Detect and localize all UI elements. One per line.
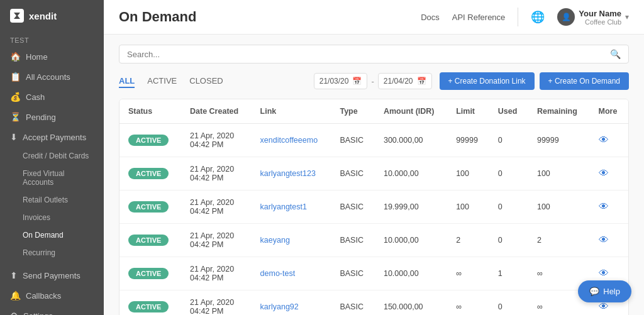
cell-used-4: 1 xyxy=(489,257,528,290)
cell-date-5: 21 Apr, 2020 04:42 PM xyxy=(181,290,252,316)
sidebar-accounts-label: All Accounts xyxy=(26,72,70,82)
table-row: ACTIVE 21 Apr, 2020 04:42 PM kaeyang BAS… xyxy=(119,224,628,257)
topbar-right: Docs API Reference 🌐 👤 Your Name Coffee … xyxy=(421,8,629,26)
sidebar-item-pending[interactable]: ⏳ Pending xyxy=(0,107,104,127)
status-badge: ACTIVE xyxy=(128,235,169,246)
cell-status-2: ACTIVE xyxy=(119,191,181,224)
topbar-divider xyxy=(518,8,518,26)
table-row: ACTIVE 21 Apr, 2020 04:42 PM karlyangtes… xyxy=(119,191,628,224)
page-title: On Demand xyxy=(119,9,196,25)
status-badge: ACTIVE xyxy=(128,268,169,279)
col-status: Status xyxy=(119,99,181,124)
sidebar-sub-fixed-virtual[interactable]: Fixed Virtual Accounts xyxy=(0,165,104,191)
col-link: Link xyxy=(252,99,331,124)
filter-tabs: ALL ACTIVE CLOSED xyxy=(119,75,223,88)
home-icon: 🏠 xyxy=(10,52,21,62)
settings-icon: ⚙ xyxy=(10,311,18,315)
sidebar-item-accept-payments[interactable]: ⬇ Accept Payments xyxy=(0,127,104,147)
cell-link-5[interactable]: karlyang92 xyxy=(252,290,331,316)
accounts-icon: 📋 xyxy=(10,72,21,82)
cell-date-0: 21 Apr, 2020 04:42 PM xyxy=(181,124,252,157)
col-more: More xyxy=(590,99,629,124)
sidebar-item-all-accounts[interactable]: 📋 All Accounts xyxy=(0,67,104,87)
view-icon[interactable]: 👁 xyxy=(599,201,609,212)
cell-link-2[interactable]: karlyangtest1 xyxy=(252,191,331,224)
cell-date-4: 21 Apr, 2020 04:42 PM xyxy=(181,257,252,290)
sidebar-sub-invoices[interactable]: Invoices xyxy=(0,209,104,226)
sidebar-sub-retail[interactable]: Retail Outlets xyxy=(0,191,104,209)
user-subtitle: Coffee Club xyxy=(579,18,621,26)
view-icon[interactable]: 👁 xyxy=(599,135,609,145)
create-on-demand-button[interactable]: + Create On Demand xyxy=(540,72,629,90)
help-label: Help xyxy=(603,287,620,296)
cell-status-1: ACTIVE xyxy=(119,157,181,191)
sidebar: xendit Test 🏠 Home 📋 All Accounts 💰 Cash… xyxy=(0,0,104,315)
cell-link-4[interactable]: demo-test xyxy=(252,257,331,290)
date-to-input[interactable]: 21/04/20 📅 xyxy=(378,73,432,89)
sidebar-sub-credit-debit[interactable]: Credit / Debit Cards xyxy=(0,147,104,165)
sidebar-sub-recurring[interactable]: Recurring xyxy=(0,244,104,262)
sidebar-item-home[interactable]: 🏠 Home xyxy=(0,47,104,67)
user-info: Your Name Coffee Club xyxy=(579,9,621,26)
sidebar-item-callbacks[interactable]: 🔔 Callbacks xyxy=(0,285,104,306)
view-icon[interactable]: 👁 xyxy=(599,301,609,312)
help-button[interactable]: 💬 Help xyxy=(578,280,631,302)
cell-limit-1: 100 xyxy=(447,157,489,191)
cell-amount-2: 19.999,00 xyxy=(375,191,447,224)
chevron-down-icon: ▾ xyxy=(625,13,629,21)
cell-amount-4: 10.000,00 xyxy=(375,257,447,290)
sidebar-section: Test xyxy=(0,31,104,47)
cell-limit-5: ∞ xyxy=(447,290,489,316)
globe-icon[interactable]: 🌐 xyxy=(531,10,545,24)
cell-link-1[interactable]: karlyangtest123 xyxy=(252,157,331,191)
cell-amount-3: 10.000,00 xyxy=(375,224,447,257)
status-badge: ACTIVE xyxy=(128,168,169,179)
col-limit: Limit xyxy=(447,99,489,124)
view-icon[interactable]: 👁 xyxy=(599,268,609,279)
sidebar-item-cash[interactable]: 💰 Cash xyxy=(0,87,104,107)
cell-more-2[interactable]: 👁 xyxy=(590,191,629,224)
col-remaining: Remaining xyxy=(528,99,590,124)
cell-amount-1: 10.000,00 xyxy=(375,157,447,191)
topbar: On Demand Docs API Reference 🌐 👤 Your Na… xyxy=(104,0,644,35)
view-icon[interactable]: 👁 xyxy=(599,235,609,245)
tab-active[interactable]: ACTIVE xyxy=(147,75,177,88)
sidebar-pending-label: Pending xyxy=(26,113,56,122)
table-row: ACTIVE 21 Apr, 2020 04:42 PM demo-test B… xyxy=(119,257,628,290)
search-icon: 🔍 xyxy=(610,49,621,59)
table-row: ACTIVE 21 Apr, 2020 04:42 PM karlyangtes… xyxy=(119,157,628,191)
search-input[interactable] xyxy=(127,50,610,59)
user-menu[interactable]: 👤 Your Name Coffee Club ▾ xyxy=(557,8,629,26)
date-from-value: 21/03/20 xyxy=(319,77,349,86)
cell-remaining-1: 100 xyxy=(528,157,590,191)
table-row: ACTIVE 21 Apr, 2020 04:42 PM xenditcoffe… xyxy=(119,124,628,157)
docs-link[interactable]: Docs xyxy=(421,13,440,22)
tab-all[interactable]: ALL xyxy=(119,75,135,88)
api-reference-link[interactable]: API Reference xyxy=(452,13,506,22)
search-bar: 🔍 xyxy=(119,45,629,64)
sidebar-send-label: Send Payments xyxy=(23,271,80,280)
cell-type-0: BASIC xyxy=(331,124,375,157)
create-donation-button[interactable]: + Create Donation Link xyxy=(440,72,535,90)
view-icon[interactable]: 👁 xyxy=(599,168,609,179)
status-badge: ACTIVE xyxy=(128,135,169,146)
accept-payments-icon: ⬇ xyxy=(10,132,18,142)
sidebar-item-settings[interactable]: ⚙ Settings xyxy=(0,306,104,315)
date-to-value: 21/04/20 xyxy=(384,77,413,86)
cell-status-3: ACTIVE xyxy=(119,224,181,257)
col-amount: Amount (IDR) xyxy=(375,99,447,124)
sidebar-sub-on-demand[interactable]: On Demand xyxy=(0,226,104,244)
col-date-created: Date Created xyxy=(181,99,252,124)
cell-more-3[interactable]: 👁 xyxy=(590,224,629,257)
tab-closed[interactable]: CLOSED xyxy=(189,75,223,88)
date-from-input[interactable]: 21/03/20 📅 xyxy=(314,73,368,89)
cell-amount-0: 300.000,00 xyxy=(375,124,447,157)
sidebar-logo[interactable]: xendit xyxy=(0,0,104,31)
cell-link-3[interactable]: kaeyang xyxy=(252,224,331,257)
cell-remaining-3: 2 xyxy=(528,224,590,257)
cell-more-0[interactable]: 👁 xyxy=(590,124,629,157)
cell-more-1[interactable]: 👁 xyxy=(590,157,629,191)
sidebar-item-send-payments[interactable]: ⬆ Send Payments xyxy=(0,265,104,285)
cell-link-0[interactable]: xenditcoffeeemo xyxy=(252,124,331,157)
date-range: 21/03/20 📅 - 21/04/20 📅 xyxy=(314,73,432,89)
